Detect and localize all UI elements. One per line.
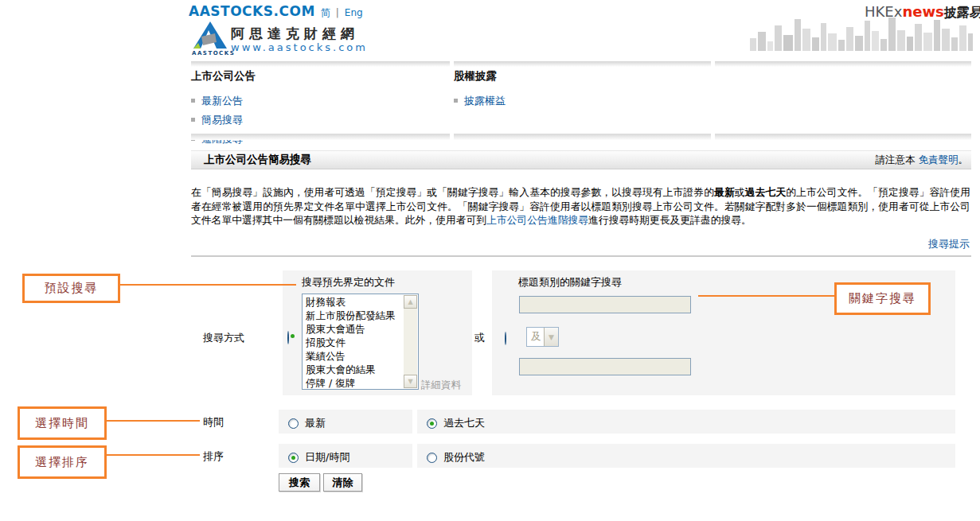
nav-col1-bottom-rule	[191, 134, 450, 140]
callout-line-time	[102, 420, 200, 422]
sort-stock-code-label: 股份代號	[443, 450, 485, 465]
bullet-square-icon	[454, 99, 458, 103]
intro-text: 進行搜尋時期更長及更詳盡的搜尋。	[588, 214, 752, 226]
lang-separator: |	[336, 7, 339, 18]
scroll-up-icon[interactable]: ▲	[404, 295, 417, 309]
disclaimer-notice-suffix: 。	[959, 154, 969, 165]
nav-link-latest-announcements[interactable]: 最新公告	[201, 94, 243, 108]
nav-heading-announcements: 上市公司公告	[191, 69, 450, 84]
time-latest-label: 最新	[305, 416, 326, 430]
sort-datetime-label: 日期/時間	[305, 450, 349, 465]
listbox-option[interactable]: 財務報表	[303, 295, 404, 309]
lang-switch-simplified[interactable]: 简	[321, 6, 330, 20]
nav-col1-top-rule	[191, 61, 450, 67]
bullet-square-icon	[191, 118, 195, 122]
or-label: 或	[474, 331, 485, 345]
nav-col3-bottom-rule	[715, 134, 971, 140]
nav-col2-top-rule	[454, 61, 711, 67]
sort-datetime-radio[interactable]	[288, 453, 299, 463]
operator-dropdown-value: 及	[527, 328, 544, 346]
hkexnews-logo: HKExnews披露易	[865, 3, 980, 21]
aastocks-logo-mark: AASTOCKS	[192, 50, 228, 56]
search-tips-link[interactable]: 搜尋提示	[928, 237, 970, 251]
callout-line-sort	[102, 454, 200, 456]
intro-bold-latest: 最新	[714, 186, 735, 198]
listbox-option[interactable]: 新上市股份配發結果	[303, 309, 404, 322]
predefined-documents-label: 搜尋預先界定的文件	[302, 275, 395, 290]
hkex-chinese-text: 披露易	[944, 5, 980, 20]
disclaimer-link[interactable]: 免責聲明	[919, 154, 959, 165]
predefined-search-radio[interactable]	[287, 331, 289, 344]
nav-item-latest-announcements[interactable]: 最新公告	[191, 93, 450, 108]
listbox-option[interactable]: 股東大會的結果	[303, 363, 404, 376]
site-url[interactable]: www.aastocks.com	[231, 41, 368, 53]
search-button[interactable]: 搜索	[279, 473, 320, 492]
keyword-search-radio[interactable]	[505, 332, 506, 345]
intro-bold-past-seven-days: 過去七天	[745, 186, 787, 198]
intro-text: 在「簡易搜尋」設施內，使用者可透過「預定搜尋」或「關鍵字搜尋」輸入基本的搜尋參數…	[191, 186, 714, 198]
chevron-down-icon[interactable]: ▼	[544, 328, 558, 346]
sort-option2-strip	[417, 444, 955, 468]
time-row-label: 時間	[203, 415, 224, 430]
nav-heading-disclosure: 股權披露	[454, 69, 711, 84]
callout-select-sort: 選擇排序	[18, 445, 107, 479]
hkex-logo-text: HKEx	[865, 3, 902, 20]
search-method-label: 搜尋方式	[203, 331, 244, 345]
nav-link-disclosure-interests[interactable]: 披露權益	[464, 94, 506, 108]
bullet-square-icon	[191, 99, 195, 103]
nav-column-disclosure: 股權披露 披露權益	[454, 69, 711, 108]
sort-row-label: 排序	[203, 449, 224, 464]
aastocks-logo-icon[interactable]: AASTOCKS	[192, 21, 228, 56]
time-latest-radio[interactable]	[288, 418, 299, 429]
callout-select-time: 選擇時間	[18, 406, 107, 440]
site-logo-text[interactable]: AASTOCKS.COM	[189, 3, 315, 19]
keyword-input-2[interactable]	[519, 358, 691, 375]
callout-keyword-search: 關鍵字搜尋	[834, 282, 931, 315]
nav-col2-bottom-rule	[454, 134, 711, 140]
keyword-search-label: 標題類別的關鍵字搜尋	[518, 275, 622, 290]
advanced-search-inline-link[interactable]: 上市公司公告進階搜尋	[486, 214, 588, 226]
listbox-option[interactable]: 招股文件	[303, 336, 404, 349]
callout-line-predefined	[115, 284, 296, 286]
hkex-news-text: news	[902, 3, 943, 20]
lang-switch-english[interactable]: Eng	[345, 7, 363, 18]
time-option2-strip	[417, 410, 955, 434]
sort-stock-code-radio[interactable]	[427, 453, 437, 463]
operator-dropdown[interactable]: 及 ▼	[526, 327, 559, 347]
keyword-input-1[interactable]	[519, 296, 691, 313]
callout-line-keyword	[698, 295, 834, 297]
disclaimer-notice-prefix: 請注意本	[876, 154, 919, 165]
section-title-bar: 上市公司公告簡易搜尋 請注意本 免責聲明。	[191, 150, 971, 169]
time-past-seven-days-label: 過去七天	[443, 416, 485, 430]
page: AASTOCKS.COM 简 | Eng	[0, 0, 980, 521]
listbox-option[interactable]: 停牌 / 復牌	[303, 376, 404, 390]
nav-item-disclosure-interests[interactable]: 披露權益	[454, 93, 711, 108]
time-past-seven-days-radio[interactable]	[427, 418, 437, 429]
predefined-documents-listbox[interactable]: 財務報表 新上市股份配發結果 股東大會通告 招股文件 業績公告 股東大會的結果 …	[302, 294, 419, 390]
intro-text: 或	[735, 186, 745, 198]
nav-col3-top-rule	[715, 61, 971, 67]
clear-button[interactable]: 清除	[323, 473, 362, 492]
scroll-down-icon[interactable]: ▼	[404, 375, 417, 388]
nav-link-simple-search[interactable]: 簡易搜尋	[201, 113, 243, 127]
disclaimer-notice: 請注意本 免責聲明。	[876, 154, 968, 167]
site-chinese-name: 阿思達克財經網	[231, 25, 359, 43]
callout-predefined-search: 預設搜尋	[22, 274, 120, 303]
page-title: 上市公司公告簡易搜尋	[204, 153, 311, 167]
details-link[interactable]: 詳細資料	[421, 379, 461, 392]
nav-item-simple-search[interactable]: 簡易搜尋	[191, 112, 450, 127]
listbox-option[interactable]: 業績公告	[303, 349, 404, 363]
listbox-scrollbar[interactable]: ▲ ▼	[404, 295, 417, 388]
listbox-option[interactable]: 股東大會通告	[303, 322, 404, 336]
section-divider	[191, 255, 971, 257]
intro-paragraph: 在「簡易搜尋」設施內，使用者可透過「預定搜尋」或「關鍵字搜尋」輸入基本的搜尋參數…	[191, 185, 970, 227]
